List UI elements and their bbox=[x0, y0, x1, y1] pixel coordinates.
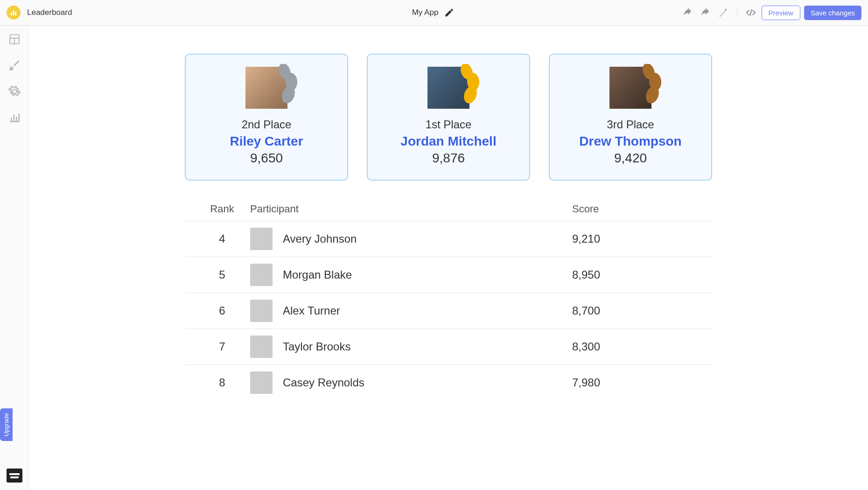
winner-name: Jordan Mitchell bbox=[377, 134, 520, 149]
cell-rank: 5 bbox=[194, 268, 250, 281]
laurel-icon bbox=[460, 64, 488, 106]
app-name[interactable]: My App bbox=[412, 8, 439, 17]
svg-rect-1 bbox=[13, 11, 14, 16]
podium-card-1[interactable]: 1st Place Jordan Mitchell 9,876 bbox=[367, 54, 530, 181]
header-participant: Participant bbox=[250, 203, 572, 215]
upgrade-button[interactable]: Upgrade bbox=[0, 408, 13, 441]
place-label: 3rd Place bbox=[559, 118, 702, 131]
svg-rect-2 bbox=[15, 12, 16, 16]
cell-name: Taylor Brooks bbox=[283, 340, 350, 353]
preview-button[interactable]: Preview bbox=[762, 6, 800, 20]
cell-rank: 8 bbox=[194, 376, 250, 389]
undo-icon[interactable] bbox=[681, 6, 695, 20]
podium-row: 2nd Place Riley Carter 9,650 1st Place J… bbox=[29, 54, 868, 181]
winner-score: 9,420 bbox=[559, 151, 702, 166]
cell-rank: 4 bbox=[194, 232, 250, 245]
analytics-icon[interactable] bbox=[8, 112, 21, 124]
divider bbox=[737, 7, 737, 18]
redo-icon[interactable] bbox=[699, 6, 713, 20]
winner-score: 9,650 bbox=[195, 151, 338, 166]
brush-icon[interactable] bbox=[8, 59, 21, 71]
cell-rank: 7 bbox=[194, 340, 250, 353]
cell-name: Casey Reynolds bbox=[283, 376, 364, 389]
svg-rect-0 bbox=[11, 13, 12, 15]
page-title: Leaderboard bbox=[27, 8, 72, 17]
cell-name: Avery Johnson bbox=[283, 232, 357, 245]
winner-score: 9,876 bbox=[377, 151, 520, 166]
canvas: 2nd Place Riley Carter 9,650 1st Place J… bbox=[29, 26, 868, 490]
cell-score: 8,300 bbox=[572, 340, 703, 353]
cell-name: Alex Turner bbox=[283, 304, 340, 317]
cell-name: Morgan Blake bbox=[283, 268, 352, 281]
table-row[interactable]: 6 Alex Turner 8,700 bbox=[185, 293, 712, 329]
place-label: 1st Place bbox=[377, 118, 520, 131]
layout-icon[interactable] bbox=[8, 33, 21, 45]
table-header: Rank Participant Score bbox=[185, 197, 712, 221]
avatar bbox=[250, 371, 273, 394]
laurel-icon bbox=[278, 64, 306, 106]
table-row[interactable]: 4 Avery Johnson 9,210 bbox=[185, 221, 712, 257]
edit-name-icon[interactable] bbox=[442, 6, 456, 20]
laurel-icon bbox=[642, 64, 670, 106]
table-row[interactable]: 8 Casey Reynolds 7,980 bbox=[185, 364, 712, 400]
table-row[interactable]: 7 Taylor Brooks 8,300 bbox=[185, 329, 712, 364]
header-score: Score bbox=[572, 203, 703, 215]
table-row[interactable]: 5 Morgan Blake 8,950 bbox=[185, 257, 712, 293]
sidebar: Upgrade bbox=[0, 26, 29, 490]
app-logo-icon bbox=[7, 6, 21, 20]
podium-card-3[interactable]: 3rd Place Drew Thompson 9,420 bbox=[549, 54, 712, 181]
podium-card-2[interactable]: 2nd Place Riley Carter 9,650 bbox=[185, 54, 348, 181]
cell-score: 8,700 bbox=[572, 304, 703, 317]
wand-icon[interactable] bbox=[716, 6, 730, 20]
cell-rank: 6 bbox=[194, 304, 250, 317]
save-button[interactable]: Save changes bbox=[804, 6, 861, 20]
place-label: 2nd Place bbox=[195, 118, 338, 131]
avatar bbox=[250, 300, 273, 322]
gear-icon[interactable] bbox=[8, 85, 21, 98]
avatar bbox=[250, 264, 273, 286]
code-icon[interactable] bbox=[744, 6, 758, 20]
winner-name: Riley Carter bbox=[195, 134, 338, 149]
cell-score: 9,210 bbox=[572, 232, 703, 245]
avatar bbox=[250, 228, 273, 250]
header-rank: Rank bbox=[194, 203, 250, 215]
rank-table: Rank Participant Score 4 Avery Johnson 9… bbox=[185, 197, 712, 400]
cell-score: 7,980 bbox=[572, 376, 703, 389]
cell-score: 8,950 bbox=[572, 268, 703, 281]
winner-name: Drew Thompson bbox=[559, 134, 702, 149]
brand-icon bbox=[7, 469, 22, 483]
avatar bbox=[250, 336, 273, 358]
topbar: Leaderboard My App Preview Save changes bbox=[0, 0, 868, 26]
